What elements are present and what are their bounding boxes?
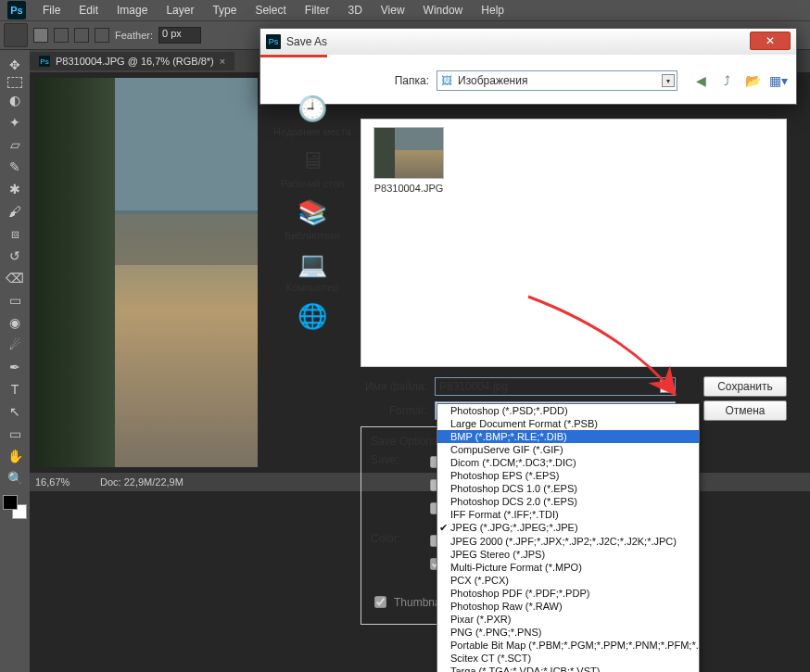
format-option[interactable]: Photoshop DCS 2.0 (*.EPS) [437, 495, 699, 508]
format-option[interactable]: Large Document Format (*.PSB) [437, 417, 699, 430]
file-thumbnail [373, 127, 444, 179]
file-item[interactable]: P8310004.JPG [369, 127, 449, 194]
menu-window[interactable]: Window [414, 1, 473, 19]
format-option[interactable]: Pixar (*.PXR) [437, 613, 699, 626]
format-dropdown-list[interactable]: Photoshop (*.PSD;*.PDD)Large Document Fo… [437, 403, 700, 672]
eyedropper-tool-icon[interactable]: ✎ [2, 157, 28, 177]
folder-combobox[interactable]: 🖼 Изображения ▾ [437, 70, 677, 91]
format-option[interactable]: CompuServe GIF (*.GIF) [437, 443, 699, 456]
zoom-level[interactable]: 16,67% [35, 476, 83, 488]
type-tool-icon[interactable]: T [2, 379, 28, 399]
feather-label: Feather: [115, 30, 153, 41]
hand-tool-icon[interactable]: ✋ [2, 446, 28, 466]
format-option[interactable]: Photoshop Raw (*.RAW) [437, 600, 699, 613]
filename-value: P8310004.jpg [439, 380, 508, 393]
eraser-tool-icon[interactable]: ⌫ [2, 268, 28, 288]
place-label: Недавние места [273, 126, 351, 137]
dodge-tool-icon[interactable]: ☄ [2, 335, 28, 355]
tool-preset-icon[interactable] [4, 23, 28, 47]
place-item[interactable]: 🖥Рабочий стол [280, 145, 344, 189]
format-option[interactable]: PCX (*.PCX) [437, 574, 699, 587]
marquee-mode-icon[interactable] [95, 28, 109, 43]
format-option[interactable]: Photoshop DCS 1.0 (*.EPS) [437, 482, 699, 495]
marquee-tool-icon[interactable] [7, 77, 22, 88]
format-option[interactable]: PNG (*.PNG;*.PNS) [437, 626, 699, 639]
format-option[interactable]: IFF Format (*.IFF;*.TDI) [437, 508, 699, 521]
recent-icon: 🕘 [294, 93, 331, 124]
wand-tool-icon[interactable]: ✦ [2, 112, 28, 133]
brush-tool-icon[interactable]: 🖌 [2, 201, 28, 222]
shape-tool-icon[interactable]: ▭ [2, 424, 28, 444]
color-swatches[interactable] [3, 495, 27, 519]
menu-view[interactable]: View [372, 1, 414, 19]
path-tool-icon[interactable]: ↖ [2, 401, 28, 422]
new-folder-icon[interactable]: 📂 [744, 72, 761, 89]
menu-layer[interactable]: Layer [157, 1, 203, 19]
stamp-tool-icon[interactable]: ⧇ [2, 223, 28, 244]
menu-file[interactable]: File [33, 1, 70, 19]
format-option[interactable]: ✔ JPEG (*.JPG;*.JPEG;*.JPE) [437, 521, 699, 535]
cancel-button[interactable]: Отмена [703, 400, 787, 421]
feather-input[interactable]: 0 px [158, 27, 201, 44]
history-brush-icon[interactable]: ↺ [2, 246, 28, 266]
zoom-tool-icon[interactable]: 🔍 [2, 468, 28, 488]
place-item[interactable]: 💻Компьютер [286, 248, 339, 293]
format-option[interactable]: Photoshop PDF (*.PDF;*.PDP) [437, 587, 699, 600]
marquee-mode-icon[interactable] [33, 28, 48, 43]
up-icon[interactable]: ⤴ [718, 72, 735, 89]
folder-value: Изображения [458, 74, 527, 87]
network-icon: 🌐 [294, 300, 331, 332]
place-item[interactable]: 📚Библиотеки [285, 197, 340, 241]
format-option[interactable]: BMP (*.BMP;*.RLE;*.DIB) [437, 430, 699, 443]
format-option[interactable]: Photoshop (*.PSD;*.PDD) [437, 404, 699, 417]
close-button[interactable]: ✕ [750, 32, 791, 50]
menu-select[interactable]: Select [246, 1, 295, 19]
folder-label: Папка: [362, 74, 429, 87]
places-sidebar: 🕘Недавние места🖥Рабочий стол📚Библиотеки💻… [266, 93, 359, 371]
menu-filter[interactable]: Filter [296, 1, 339, 19]
pen-tool-icon[interactable]: ✒ [2, 357, 28, 377]
menu-image[interactable]: Image [108, 1, 157, 19]
healing-tool-icon[interactable]: ✱ [2, 179, 28, 199]
format-option[interactable]: Scitex CT (*.SCT) [437, 652, 699, 665]
format-option[interactable]: Portable Bit Map (*.PBM;*.PGM;*.PPM;*.PN… [437, 639, 699, 652]
format-option[interactable]: JPEG 2000 (*.JPF;*.JPX;*.JP2;*.J2C;*.J2K… [437, 535, 699, 548]
gradient-tool-icon[interactable]: ▭ [2, 290, 28, 311]
file-list[interactable]: P8310004.JPG [361, 119, 787, 367]
view-menu-icon[interactable]: ▦▾ [770, 72, 787, 89]
format-option[interactable]: Targa (*.TGA;*.VDA;*.ICB;*.VST) [437, 665, 699, 672]
place-label: Компьютер [286, 282, 339, 293]
crop-tool-icon[interactable]: ▱ [2, 134, 28, 155]
computer-icon: 💻 [294, 248, 331, 280]
foreground-swatch[interactable] [3, 495, 18, 510]
format-option[interactable]: Dicom (*.DCM;*.DC3;*.DIC) [437, 456, 699, 469]
filename-label: Имя файла: [361, 380, 427, 393]
save-as-dialog: Ps Save As ✕ Папка: 🖼 Изображения ▾ ◀ ⤴ … [259, 28, 797, 105]
format-option[interactable]: JPEG Stereo (*.JPS) [437, 548, 699, 561]
filename-input[interactable]: P8310004.jpg ▾ [435, 377, 676, 396]
chevron-down-icon[interactable]: ▾ [660, 380, 673, 393]
lasso-tool-icon[interactable]: ◐ [2, 90, 28, 110]
save-button[interactable]: Сохранить [703, 376, 787, 397]
move-tool-icon[interactable]: ✥ [2, 55, 28, 75]
document-canvas[interactable] [35, 78, 258, 467]
doc-size-label: Doc: 22,9M/22,9M [100, 476, 184, 488]
dialog-titlebar[interactable]: Ps Save As ✕ [260, 29, 796, 55]
format-option[interactable]: Photoshop EPS (*.EPS) [437, 469, 699, 482]
back-icon[interactable]: ◀ [692, 72, 709, 89]
menu-type[interactable]: Type [203, 1, 246, 19]
marquee-mode-icon[interactable] [74, 28, 89, 43]
menu-edit[interactable]: Edit [70, 1, 108, 19]
place-item[interactable]: 🕘Недавние места [273, 93, 351, 137]
marquee-mode-icon[interactable] [54, 28, 69, 43]
thumbnail-check[interactable]: Thumbnail [371, 593, 446, 611]
document-tab[interactable]: Ps P8310004.JPG @ 16,7% (RGB/8*) × [30, 52, 234, 70]
place-item[interactable]: 🌐 [294, 300, 331, 334]
photoshop-logo-icon: Ps [7, 1, 26, 19]
menu-3d[interactable]: 3D [338, 1, 371, 19]
blur-tool-icon[interactable]: ◉ [2, 312, 28, 333]
format-option[interactable]: Multi-Picture Format (*.MPO) [437, 561, 699, 574]
chevron-down-icon[interactable]: ▾ [662, 74, 675, 87]
close-tab-icon[interactable]: × [220, 56, 225, 67]
menu-help[interactable]: Help [472, 1, 513, 19]
